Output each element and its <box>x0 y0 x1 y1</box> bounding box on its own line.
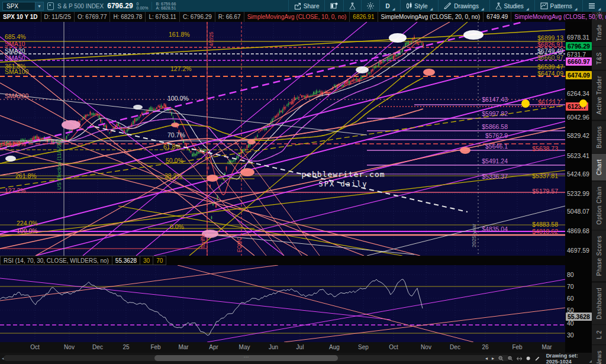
sma10-study-label[interactable]: SimpleMovingAvg (CLOSE, 10, 0, no) <box>244 12 350 22</box>
change-value: 0 <box>137 2 149 6</box>
x-axis-label: Feb <box>512 344 522 350</box>
scrollbar-thumb[interactable] <box>154 355 338 361</box>
chart-menu-button[interactable]: ◢ <box>582 0 606 12</box>
zoom-out-icon[interactable] <box>498 355 504 362</box>
rsi-axis-label: 80 <box>567 271 574 278</box>
time-axis[interactable]: OctNovDec25FebMarAprMayJunJulAugSepOctNo… <box>0 342 565 353</box>
x-axis-label: Mar <box>541 344 552 350</box>
pan-right-icon[interactable]: ▸ <box>492 356 494 361</box>
sidebar-tab-phase-scores[interactable]: Phase Scores <box>592 230 606 281</box>
price-chart-pane[interactable] <box>0 22 565 256</box>
price-badge: 6474.09 <box>566 71 592 79</box>
price-axis[interactable]: 6978.316731.76264.346042.965829.425623.4… <box>565 22 592 353</box>
symbol-link-icon[interactable] <box>47 2 54 10</box>
style-menu-button[interactable]: Style ◢ <box>400 0 438 12</box>
y-axis-label: 6978.31 <box>567 34 589 41</box>
bar-date: D: 11/5/25 <box>41 12 75 22</box>
rsi-value: 55.3628 <box>112 256 140 265</box>
sidebar-tab-l-2[interactable]: L 2 <box>592 325 606 344</box>
company-name: S & P 500 INDEX <box>57 3 104 9</box>
sma50-study-label[interactable]: SimpleMovingAvg (CLOSE, 50, 0, no) <box>511 12 606 22</box>
rsi-study-pane[interactable] <box>0 265 565 342</box>
sidebar-tab-trade[interactable]: Trade <box>592 19 606 46</box>
zoom-in-icon[interactable] <box>508 355 513 362</box>
bar-low: L: 6763.11 <box>146 12 180 22</box>
chart-data-bar: SPX 10 Y 1D D: 11/5/25 O: 6769.77 H: 682… <box>0 12 592 22</box>
x-axis-label: Jul <box>296 344 304 350</box>
gear-icon <box>367 2 374 9</box>
last-price: 6796.29 <box>107 2 133 10</box>
style-caret-icon: ◢ <box>430 7 433 12</box>
pan-left-icon[interactable]: ◂ <box>485 356 488 361</box>
y-axis-label: 5048.07 <box>567 208 589 215</box>
scrollbar-track[interactable] <box>4 355 510 361</box>
studies-label: Studies <box>504 3 524 9</box>
sidebar-tab-news[interactable]: News <box>592 345 606 364</box>
patterns-menu-button[interactable]: Patterns ◢ <box>534 0 583 12</box>
sidebar-tab-active-trader[interactable]: Active Trader <box>592 70 606 120</box>
x-axis-label: Feb <box>150 344 160 350</box>
x-axis-label: May <box>239 344 250 350</box>
rsi-study-label[interactable]: RSI (14, 70, 30, CLOSE, WILDERS, no) <box>0 256 112 265</box>
chart-scrollbar-row: ◂ ◂ ▸ Drawing set: 2025-1024 ◢ <box>0 353 592 364</box>
bar-close: C: 6796.29 <box>180 12 215 22</box>
y-axis-label: 4869.68 <box>567 227 589 234</box>
flask-studies-icon <box>495 2 502 9</box>
fit-width-icon[interactable] <box>517 356 522 362</box>
panel-alert-icon <box>330 2 338 9</box>
drawing-set-status[interactable]: Drawing set: 2025-1024 <box>546 353 585 364</box>
sidebar-tab-dashboard[interactable]: Dashboard <box>592 282 606 324</box>
rsi-grid <box>0 265 565 342</box>
sma20-study-label[interactable]: SimpleMovingAvg (CLOSE, 20, 0, no) <box>378 12 484 22</box>
x-axis-label: Apr <box>209 344 218 350</box>
interval-label: D <box>385 3 389 9</box>
price-badge: 6660.97 <box>566 57 592 66</box>
drawings-menu-button[interactable]: Drawings ◢ <box>438 0 489 12</box>
sidebar-tab-buttons[interactable]: Buttons <box>592 121 606 153</box>
share-icon <box>294 2 301 9</box>
sidebar-tab-t-s[interactable]: T&S <box>592 47 606 70</box>
sma20-study-value: 6749.49 <box>483 12 511 22</box>
x-axis-label: Oct <box>389 344 398 350</box>
top-header-bar: SPX ▼ S & P 500 INDEX 6796.29 0 0.00% B:… <box>0 0 606 12</box>
bar-open: O: 6769.77 <box>75 12 110 22</box>
x-axis-label: Aug <box>329 344 340 350</box>
sma50-curve <box>0 60 423 161</box>
rsi-header-bar: RSI (14, 70, 30, CLOSE, WILDERS, no) 55.… <box>0 256 565 265</box>
y-axis-label: 5829.42 <box>567 132 589 139</box>
sidebar-tab-chart[interactable]: Chart <box>592 154 606 181</box>
symbol-selector[interactable]: SPX ▼ <box>2 2 44 11</box>
menu-caret-icon: ◢ <box>598 7 601 12</box>
flask-icon <box>349 2 356 9</box>
bar-range: R: 66.67 <box>215 12 244 22</box>
analysis-tools-button[interactable] <box>343 0 361 12</box>
drawing-mode-pencil-icon[interactable] <box>535 355 540 362</box>
target-dot <box>579 99 587 107</box>
candle-style-icon <box>406 2 412 9</box>
ellipse-highlights <box>5 30 530 238</box>
x-axis-label: 26 <box>482 344 488 350</box>
change-percent: 0.00% <box>137 6 149 10</box>
x-axis-label: Dec <box>450 344 460 350</box>
chart-title: SPX 10 Y 1D <box>0 12 41 22</box>
sidebar-tab-option-chain[interactable]: Option Chain <box>592 181 606 230</box>
chart-settings-button[interactable] <box>361 0 379 12</box>
patterns-label: Patterns <box>550 3 572 9</box>
x-axis-label: Sep <box>358 344 369 350</box>
interval-selector[interactable]: D ◢ <box>379 0 400 12</box>
studies-menu-button[interactable]: Studies ◢ <box>489 0 534 12</box>
sma10-study-value: 6826.91 <box>350 12 378 22</box>
y-axis-label: 5232.99 <box>567 190 589 197</box>
symbol-dropdown-caret-icon[interactable]: ▼ <box>35 2 43 10</box>
rsi-value-badge: 55.3628 <box>566 313 592 321</box>
cursor-mode-icon[interactable] <box>526 355 530 362</box>
alerts-panel-button[interactable] <box>324 0 343 12</box>
rsi-axis-label: 70 <box>567 283 574 290</box>
x-axis-label: Dec <box>92 344 103 350</box>
rsi-axis-label: 30 <box>567 331 574 339</box>
share-label: Share <box>304 3 320 9</box>
symbol-input[interactable]: SPX <box>3 3 35 9</box>
share-button[interactable]: Share <box>288 0 325 12</box>
y-axis-label: 5424.69 <box>567 170 589 178</box>
y-axis-label: 4697.59 <box>567 247 589 254</box>
